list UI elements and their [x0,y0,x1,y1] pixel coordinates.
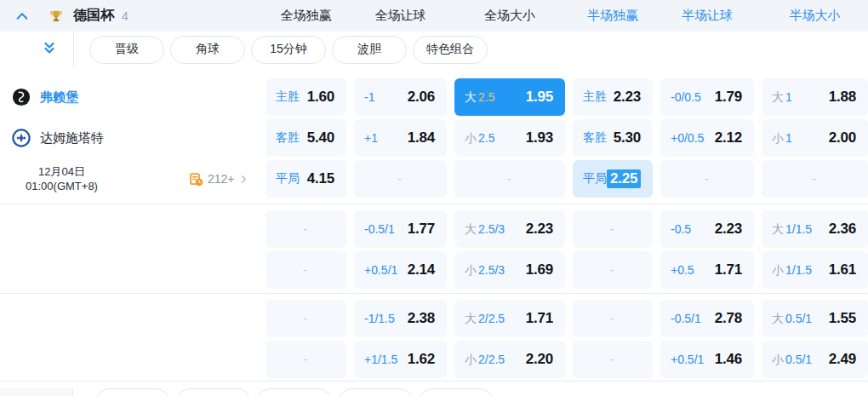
home-team-name: 弗赖堡 [40,89,78,106]
odds-cell: - [454,160,565,198]
pill-corners[interactable]: 角球 [176,388,251,396]
home-team-row[interactable]: 弗赖堡 [12,78,78,116]
odds-value: 1.61 [829,261,856,278]
odds-label: 大2.5/3 [465,221,505,238]
odds-value: 2.00 [829,129,856,146]
odds-cell[interactable]: +0.51.71 [660,251,754,289]
odds-label: 小1 [772,130,792,146]
next-match-expand-cell[interactable] [0,388,73,396]
odds-cell[interactable]: +11.84 [354,119,447,157]
odds-value: 1.60 [307,89,334,106]
handicap-line: 2/2.5 [478,312,505,325]
odds-cell[interactable]: 大2.51.95 [454,78,565,116]
tab-full-ou[interactable]: 全场大小 [454,0,565,32]
odds-value: 1.71 [526,310,553,327]
odds-cell[interactable]: 大2/2.51.71 [454,300,565,337]
odds-cell: - [266,341,346,378]
odds-cell[interactable]: 主胜2.23 [573,78,653,116]
odds-label: 大2/2.5 [465,311,505,327]
match-date: 12月04日 [38,164,85,179]
tab-half-ou[interactable]: 半场大小 [762,0,868,32]
pill-15min[interactable]: 15分钟 [251,36,326,64]
odds-label: 小2.5/3 [465,262,505,278]
expand-all-markets-button[interactable] [42,41,59,58]
odds-value: 5.30 [614,129,641,146]
odds-cell[interactable]: +0.5/11.46 [660,341,754,378]
odds-value: 5.40 [307,129,334,146]
tab-half-handicap[interactable]: 半场让球 [660,0,754,32]
league-info: 德国杯 4 [0,0,266,32]
odds-value: 1.71 [715,261,742,278]
over-under-prefix: 大 [772,90,784,104]
odds-cell[interactable]: 小12.00 [762,119,868,157]
handicap-line: 1 [785,131,792,145]
empty-odds-dash: - [303,222,307,236]
odds-cell[interactable]: -0/0.51.79 [660,78,754,116]
odds-value: 1.84 [408,129,435,146]
market-tabs: 全场独赢全场让球全场大小半场独赢半场让球半场大小 [266,0,868,32]
odds-cell[interactable]: -0.5/12.78 [660,300,754,337]
odds-cell[interactable]: 小1/1.51.61 [762,251,868,289]
over-under-prefix: 小 [465,131,477,145]
pill-special-combo[interactable]: 特色组合 [419,388,494,396]
pill-correct-score[interactable]: 波胆 [332,36,407,64]
odds-cell[interactable]: 主胜1.60 [266,78,346,116]
odds-value: 2.78 [715,310,742,327]
odds-cell[interactable]: 大2.5/32.23 [454,210,565,248]
odds-cell[interactable]: 大0.5/11.55 [762,300,868,337]
pill-advance[interactable]: 晋级 [95,388,170,396]
odds-cell[interactable]: 客胜5.30 [573,119,653,157]
pill-advance[interactable]: 晋级 [89,36,164,64]
odds-cell[interactable]: 平局2.25 [573,160,653,198]
more-markets-link[interactable]: 212+ [189,160,248,198]
empty-odds-dash: - [610,222,614,236]
odds-cell[interactable]: +0/0.52.12 [660,119,754,157]
handicap-line: 2.5 [478,131,494,145]
match-time: 01:00(GMT+8) [26,179,98,193]
odds-cell[interactable]: 大11.88 [762,78,868,116]
handicap-line: 0.5/1 [785,312,812,325]
trophy-icon [49,9,64,24]
league-title: 德国杯 [73,7,114,25]
odds-value: 2.23 [614,89,641,106]
pill-correct-score[interactable]: 波胆 [338,388,413,396]
odds-cell[interactable]: +1/1.51.62 [354,341,447,378]
away-team-row[interactable]: 达姆施塔特 [12,119,104,157]
over-under-prefix: 小 [465,263,477,277]
tab-full-1x2[interactable]: 全场独赢 [266,0,346,32]
odds-cell[interactable]: -0.5/11.77 [354,210,447,248]
odds-label: +1/1.5 [364,353,397,366]
odds-cell[interactable]: 平局4.15 [266,160,346,198]
odds-value: 2.49 [829,351,856,368]
over-under-prefix: 大 [772,222,784,236]
odds-cell[interactable]: 小2/2.52.20 [454,341,565,378]
away-team-badge-icon [12,129,31,147]
odds-cell[interactable]: 小2.51.93 [454,119,565,157]
over-under-prefix: 大 [465,222,477,236]
over-under-prefix: 大 [465,90,477,104]
empty-odds-dash: - [303,353,307,366]
pill-special-combo[interactable]: 特色组合 [413,36,488,64]
odds-label: 小2.5 [465,130,494,146]
odds-cell[interactable]: 小2.5/31.69 [454,251,565,289]
odds-label: 大1/1.5 [772,221,812,238]
odds-cell[interactable]: +0.5/12.14 [354,251,447,289]
odds-cell[interactable]: -1/1.52.38 [354,300,447,337]
odds-cell[interactable]: -12.06 [354,78,447,116]
over-under-prefix: 小 [772,353,784,366]
tab-full-handicap[interactable]: 全场让球 [354,0,447,32]
tab-half-1x2[interactable]: 半场独赢 [573,0,653,32]
odds-value: 2.06 [408,89,435,106]
odds-label: 大2.5 [465,89,494,106]
odds-cell[interactable]: 小0.5/12.49 [762,341,868,378]
pill-corners[interactable]: 角球 [170,36,245,64]
empty-odds-dash: - [812,172,816,186]
over-under-prefix: 小 [465,353,477,366]
odds-cell[interactable]: 大1/1.52.36 [762,210,868,248]
collapse-league-button[interactable] [14,8,31,25]
odds-cell[interactable]: -0.52.23 [660,210,754,248]
odds-label: -0.5/1 [364,222,395,236]
chevron-right-icon [239,175,248,184]
pill-15min[interactable]: 15分钟 [257,388,332,396]
odds-cell[interactable]: 客胜5.40 [266,119,346,157]
